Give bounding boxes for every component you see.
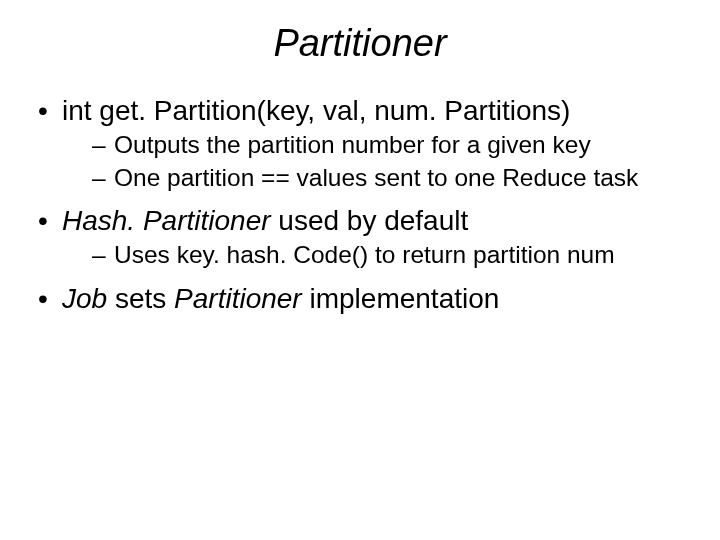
bullet-list: int get. Partition(key, val, num. Partit… [36, 93, 684, 316]
bullet-2-rest: used by default [271, 205, 469, 236]
bullet-2-sub-1-text: Uses key. hash. Code() to return partiti… [114, 241, 615, 268]
bullet-1-sub-2: One partition == values sent to one Redu… [92, 163, 684, 194]
bullet-2-sublist: Uses key. hash. Code() to return partiti… [62, 240, 684, 271]
bullet-1-sub-1-text: Outputs the partition number for a given… [114, 131, 591, 158]
bullet-3-mid: sets [107, 283, 174, 314]
bullet-3-italic-2: Partitioner [174, 283, 302, 314]
bullet-1-sub-2-text: One partition == values sent to one Redu… [114, 164, 638, 191]
bullet-3-italic-1: Job [62, 283, 107, 314]
bullet-1-sublist: Outputs the partition number for a given… [62, 130, 684, 193]
bullet-1-text: int get. Partition(key, val, num. Partit… [62, 95, 570, 126]
bullet-1: int get. Partition(key, val, num. Partit… [36, 93, 684, 193]
bullet-2-sub-1: Uses key. hash. Code() to return partiti… [92, 240, 684, 271]
slide: Partitioner int get. Partition(key, val,… [0, 0, 720, 540]
bullet-2-italic: Hash. Partitioner [62, 205, 271, 236]
bullet-2: Hash. Partitioner used by default Uses k… [36, 203, 684, 271]
bullet-3: Job sets Partitioner implementation [36, 281, 684, 316]
slide-title: Partitioner [36, 22, 684, 65]
bullet-3-rest: implementation [302, 283, 500, 314]
bullet-1-sub-1: Outputs the partition number for a given… [92, 130, 684, 161]
